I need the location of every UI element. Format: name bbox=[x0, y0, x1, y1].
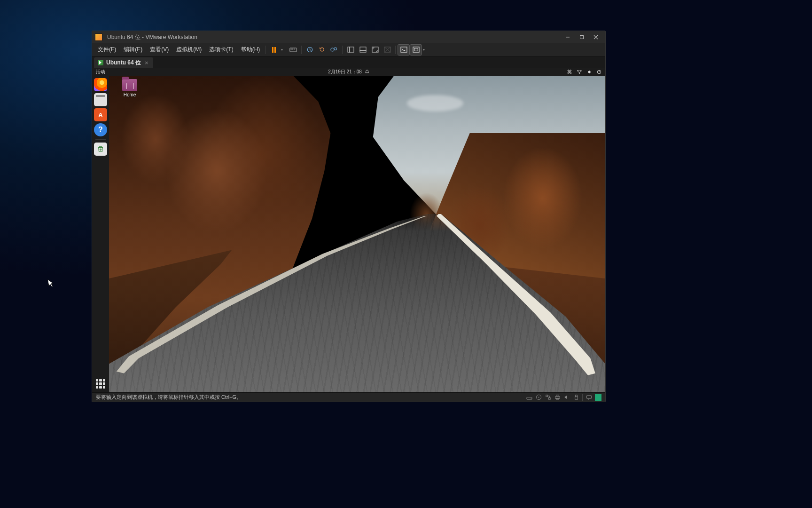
toolbar-separator bbox=[265, 46, 266, 54]
svg-rect-9 bbox=[350, 47, 354, 52]
titlebar[interactable]: Ubuntu 64 位 - VMware Workstation bbox=[92, 31, 605, 43]
network-icon[interactable] bbox=[577, 70, 582, 74]
dock-separator bbox=[95, 139, 106, 140]
view-dropdown-caret[interactable]: ▾ bbox=[423, 48, 425, 52]
svg-point-23 bbox=[531, 398, 531, 398]
unity-mode-button[interactable] bbox=[382, 45, 393, 55]
tray-sound-icon[interactable] bbox=[563, 394, 570, 401]
host-cursor-icon bbox=[47, 278, 55, 288]
menu-file[interactable]: 文件(F) bbox=[94, 44, 120, 56]
ubuntu-dock: ? bbox=[92, 76, 109, 392]
svg-rect-2 bbox=[291, 48, 292, 49]
tray-separator bbox=[582, 394, 583, 401]
show-library-button[interactable] bbox=[345, 45, 356, 55]
svg-rect-27 bbox=[548, 397, 550, 399]
vm-tab-ubuntu[interactable]: Ubuntu 64 位 × bbox=[94, 57, 153, 68]
vmware-app-icon bbox=[95, 33, 102, 41]
vm-tab-label: Ubuntu 64 位 bbox=[106, 59, 141, 67]
fullscreen-button[interactable] bbox=[369, 45, 381, 55]
input-method-indicator[interactable]: 英 bbox=[567, 69, 572, 75]
tray-cd-icon[interactable] bbox=[535, 394, 542, 401]
pause-icon bbox=[272, 47, 276, 53]
svg-point-7 bbox=[334, 48, 336, 50]
trash-icon bbox=[97, 146, 104, 152]
tray-harddisk-icon[interactable] bbox=[526, 394, 532, 401]
svg-point-25 bbox=[538, 397, 539, 397]
svg-rect-1 bbox=[290, 48, 297, 52]
menu-vm[interactable]: 虚拟机(M) bbox=[172, 44, 205, 56]
device-tray bbox=[526, 394, 601, 401]
statusbar: 要将输入定向到该虚拟机，请将鼠标指针移入其中或按 Ctrl+G。 bbox=[92, 392, 605, 402]
vmware-window: Ubuntu 64 位 - VMware Workstation 文件(F) 编… bbox=[92, 31, 606, 402]
notification-icon[interactable] bbox=[365, 70, 369, 74]
dock-files[interactable] bbox=[94, 93, 107, 106]
activities-button[interactable]: 活动 bbox=[96, 69, 105, 75]
tray-printer-icon[interactable] bbox=[554, 394, 561, 401]
send-ctrl-alt-del-button[interactable] bbox=[288, 45, 299, 55]
dock-firefox[interactable] bbox=[94, 78, 107, 91]
svg-rect-29 bbox=[556, 395, 559, 397]
manage-snapshots-button[interactable] bbox=[328, 45, 340, 55]
svg-rect-26 bbox=[546, 395, 547, 397]
volume-icon[interactable] bbox=[587, 70, 592, 74]
menu-edit[interactable]: 编辑(E) bbox=[120, 44, 146, 56]
show-applications-button[interactable] bbox=[96, 379, 105, 389]
desktop-home-folder[interactable]: Home bbox=[118, 79, 141, 97]
status-message: 要将输入定向到该虚拟机，请将鼠标指针移入其中或按 Ctrl+G。 bbox=[96, 394, 526, 401]
menu-help[interactable]: 帮助(H) bbox=[237, 44, 264, 56]
show-thumbnail-bar-button[interactable] bbox=[357, 45, 368, 55]
menu-view[interactable]: 查看(V) bbox=[146, 44, 172, 56]
svg-rect-33 bbox=[586, 396, 591, 399]
revert-snapshot-button[interactable] bbox=[316, 45, 328, 55]
dock-help[interactable]: ? bbox=[94, 123, 107, 136]
power-dropdown-caret[interactable]: ▾ bbox=[281, 48, 283, 52]
window-title: Ubuntu 64 位 - VMware Workstation bbox=[107, 33, 556, 41]
toolbar-separator bbox=[342, 46, 343, 54]
svg-rect-16 bbox=[414, 48, 418, 51]
tray-usb-icon[interactable] bbox=[573, 394, 579, 401]
tray-network-icon[interactable] bbox=[545, 394, 551, 401]
take-snapshot-button[interactable] bbox=[304, 45, 315, 55]
vm-tabbar: Ubuntu 64 位 × bbox=[92, 56, 605, 68]
svg-rect-14 bbox=[401, 47, 407, 52]
toolbar-separator bbox=[285, 46, 285, 54]
guest-display[interactable]: 活动 2月19日 21：08 英 ? bbox=[92, 68, 605, 392]
menu-tabs[interactable]: 选项卡(T) bbox=[205, 44, 237, 56]
vm-tab-close-button[interactable]: × bbox=[144, 59, 149, 66]
svg-rect-15 bbox=[413, 47, 419, 52]
stretch-guest-button[interactable] bbox=[410, 45, 422, 55]
ubuntu-body: ? bbox=[92, 76, 605, 392]
toolbar-separator bbox=[395, 46, 396, 54]
console-view-button[interactable] bbox=[398, 45, 409, 55]
dock-software[interactable] bbox=[94, 108, 107, 121]
tray-message-icon[interactable] bbox=[586, 394, 592, 401]
dock-trash[interactable] bbox=[94, 143, 107, 156]
svg-rect-31 bbox=[575, 395, 577, 397]
minimize-button[interactable] bbox=[561, 32, 574, 42]
svg-rect-0 bbox=[580, 36, 584, 39]
vm-running-icon bbox=[98, 60, 103, 65]
maximize-button[interactable] bbox=[575, 32, 588, 42]
toolbar-separator bbox=[301, 46, 302, 54]
menubar: 文件(F) 编辑(E) 查看(V) 虚拟机(M) 选项卡(T) 帮助(H) ▾ bbox=[92, 43, 605, 56]
ubuntu-desktop[interactable]: Home bbox=[109, 76, 605, 392]
wallpaper-autumn-road bbox=[109, 76, 605, 392]
svg-rect-4 bbox=[294, 48, 295, 49]
svg-point-6 bbox=[331, 48, 334, 51]
close-button[interactable] bbox=[589, 32, 602, 42]
tray-end-indicator[interactable] bbox=[595, 394, 601, 401]
pause-vm-button[interactable] bbox=[268, 45, 280, 55]
svg-rect-3 bbox=[292, 48, 293, 49]
svg-rect-32 bbox=[575, 397, 578, 400]
folder-icon bbox=[122, 79, 137, 91]
ubuntu-top-panel: 活动 2月19日 21：08 英 bbox=[92, 68, 605, 76]
ubuntu-datetime[interactable]: 2月19日 21：08 bbox=[328, 69, 362, 75]
desktop-home-label: Home bbox=[118, 92, 141, 97]
svg-rect-10 bbox=[360, 47, 366, 50]
svg-rect-11 bbox=[360, 50, 366, 52]
power-icon[interactable] bbox=[597, 70, 601, 74]
